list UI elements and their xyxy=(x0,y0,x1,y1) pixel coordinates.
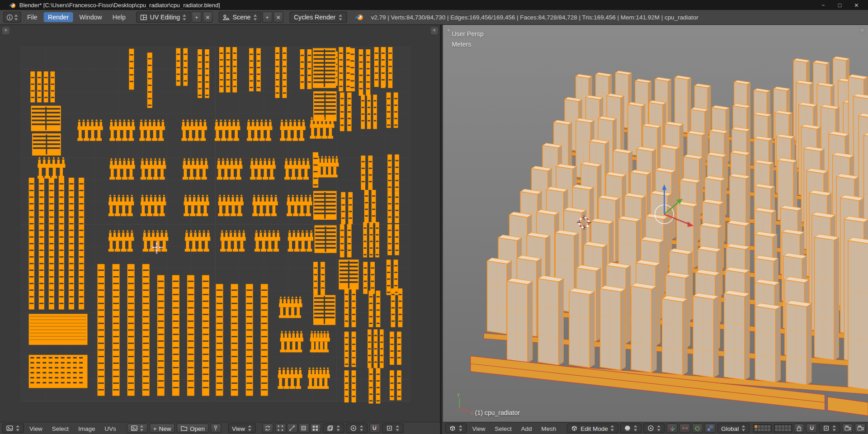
chevron-updown-icon xyxy=(14,14,19,20)
open-image-label: Open xyxy=(190,425,205,432)
blender-window: Blender* [C:\Users\Francesco-Fisso\Deskt… xyxy=(0,0,868,434)
new-image-button[interactable]: + New xyxy=(149,424,175,433)
mode-selector[interactable]: Edit Mode xyxy=(567,424,619,433)
menu-help[interactable]: Help xyxy=(108,12,130,22)
opengl-render-button[interactable] xyxy=(842,424,853,433)
browse-image-button[interactable] xyxy=(127,424,148,433)
island-select-mode-button[interactable] xyxy=(310,424,321,433)
chevron-updown-icon xyxy=(611,425,615,431)
uv-editor-header: View Select Image UVs + New Open xyxy=(0,422,440,434)
blender-logo xyxy=(354,13,364,21)
edge-select-mode-button[interactable] xyxy=(287,424,297,433)
magnet-icon xyxy=(808,425,816,432)
layer-grid[interactable] xyxy=(774,424,792,432)
layer-grid[interactable] xyxy=(753,424,771,432)
snap-element-icon xyxy=(386,425,393,432)
chevron-updown-icon xyxy=(336,425,340,431)
render-engine-selector[interactable]: Cycles Render xyxy=(289,12,347,23)
scale-manipulator-button[interactable] xyxy=(705,424,716,433)
pin-image-button[interactable] xyxy=(210,424,221,433)
info-header: File Render Window Help UV Editing + ✕ S… xyxy=(0,10,868,25)
vp-menu-mesh[interactable]: Mesh xyxy=(538,424,560,433)
face-select-mode-button[interactable] xyxy=(298,424,309,433)
window-title: Blender* [C:\Users\Francesco-Fisso\Deskt… xyxy=(19,2,220,9)
uv-canvas[interactable]: + + xyxy=(0,25,440,422)
layout-icon xyxy=(140,14,147,21)
viewport-drawing[interactable]: yx xyxy=(443,25,868,422)
menu-window[interactable]: Window xyxy=(75,12,107,22)
proportional-edit-icon xyxy=(349,425,357,432)
region-expand-icon[interactable]: + xyxy=(431,27,438,34)
menu-file[interactable]: File xyxy=(23,12,42,22)
vertex-select-mode-button[interactable] xyxy=(275,424,286,433)
chevron-updown-icon xyxy=(396,425,400,431)
close-button[interactable]: ✕ xyxy=(848,0,865,10)
region-expand-icon[interactable]: + xyxy=(2,27,9,34)
transform-orientation-selector[interactable]: Global xyxy=(717,424,750,433)
island-select-icon xyxy=(312,425,319,432)
uv-view-dropdown[interactable]: View xyxy=(228,424,255,433)
uv-view-dropdown-value: View xyxy=(232,425,245,432)
uv-menu-uvs[interactable]: UVs xyxy=(101,424,120,433)
uv-menu-image[interactable]: Image xyxy=(74,424,99,433)
chevron-updown-icon xyxy=(833,425,837,431)
open-image-button[interactable]: Open xyxy=(177,424,209,433)
snap-toggle-button[interactable] xyxy=(369,424,380,433)
uv-menu-select[interactable]: Select xyxy=(48,424,73,433)
translate-icon xyxy=(681,425,689,432)
viewport-canvas[interactable]: yx User Persp Meters (1) cpu_radiator + … xyxy=(443,25,868,422)
folder-icon xyxy=(180,425,188,432)
magnet-icon xyxy=(371,425,378,432)
blender-app-icon xyxy=(9,1,16,9)
window-controls: − □ ✕ xyxy=(815,0,864,10)
vertex-select-icon xyxy=(277,425,284,432)
delete-scene-button[interactable]: ✕ xyxy=(274,12,283,23)
manipulator-toggle-button[interactable] xyxy=(667,424,678,433)
editor-type-selector[interactable] xyxy=(3,12,21,23)
scale-icon xyxy=(707,425,714,432)
camera-icon xyxy=(844,425,851,432)
viewport-editor-type-selector[interactable] xyxy=(445,424,467,433)
image-editor-icon xyxy=(6,425,13,432)
add-layout-button[interactable]: + xyxy=(192,12,202,23)
screen-layout-selector[interactable]: UV Editing xyxy=(136,12,190,23)
viewport-3d-icon xyxy=(449,425,456,432)
uv-editor-type-selector[interactable] xyxy=(2,424,24,433)
scene-selector[interactable]: Scene xyxy=(219,12,261,23)
mode-value: Edit Mode xyxy=(580,425,608,432)
sync-uv-selection-button[interactable] xyxy=(262,424,273,433)
chevron-updown-icon xyxy=(254,14,258,20)
translate-manipulator-button[interactable] xyxy=(679,424,690,433)
layers-widget[interactable] xyxy=(753,424,792,432)
uv-menu-view[interactable]: View xyxy=(25,424,46,433)
pivot-point-selector[interactable] xyxy=(643,424,665,433)
opengl-render-anim-button[interactable] xyxy=(855,424,866,433)
menu-render[interactable]: Render xyxy=(43,12,73,22)
region-expand-icon[interactable]: + xyxy=(859,27,866,34)
vp-menu-add[interactable]: Add xyxy=(517,424,536,433)
chevron-updown-icon xyxy=(359,425,363,431)
add-scene-button[interactable]: + xyxy=(262,12,272,23)
face-select-icon xyxy=(300,425,307,432)
rotate-icon xyxy=(694,425,701,432)
vp-menu-select[interactable]: Select xyxy=(491,424,516,433)
snap-toggle-button[interactable] xyxy=(806,424,817,433)
sync-icon xyxy=(264,425,271,432)
delete-layout-button[interactable]: ✕ xyxy=(203,12,212,23)
scene-stats: v2.79 | Verts:84,730/84,730 | Edges:169,… xyxy=(371,14,698,21)
rotate-manipulator-button[interactable] xyxy=(692,424,703,433)
proportional-edit-dropdown[interactable] xyxy=(346,424,368,433)
maximize-button[interactable]: □ xyxy=(831,0,848,10)
uv-layout-drawing[interactable] xyxy=(0,25,440,422)
minimize-button[interactable]: − xyxy=(815,0,831,10)
info-editor-icon xyxy=(6,14,13,21)
screen-layout-value: UV Editing xyxy=(150,14,180,21)
region-expand-icon[interactable]: + xyxy=(445,27,452,34)
snap-element-dropdown[interactable] xyxy=(382,424,403,433)
orientation-value: Global xyxy=(721,425,739,432)
lock-to-scene-button[interactable] xyxy=(793,424,804,433)
snap-element-dropdown[interactable] xyxy=(819,424,840,433)
sticky-selection-dropdown[interactable] xyxy=(322,424,344,433)
vp-menu-view[interactable]: View xyxy=(468,424,489,433)
viewport-shading-selector[interactable] xyxy=(620,424,642,433)
